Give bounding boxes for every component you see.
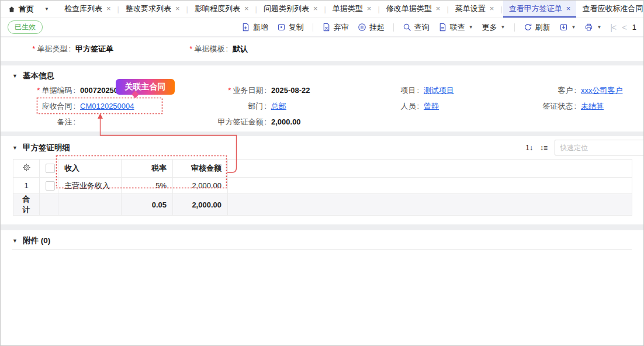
column-header-audit-amount[interactable]: 审核金额 [173,160,228,178]
attachments-section: ▼ 附件 (0) [1,230,643,250]
refresh-button[interactable]: 刷新 [524,22,550,33]
page-number: 1 [632,23,636,32]
quick-locate-input[interactable] [555,140,644,155]
chevron-down-icon: ▼ [501,25,505,30]
basic-info-grid: 单据编码 0007202508 业务日期 2025-08-22 项目 测试项目 … [1,82,643,132]
total-audit-amount: 2,000.00 [173,194,228,216]
project-link[interactable]: 测试项目 [424,85,454,96]
detail-tools: 1↓ ↕≡ [525,140,643,155]
document-icon [438,23,447,32]
status-badge: 已生效 [8,20,43,34]
query-button[interactable]: 查询 [403,22,430,33]
home-icon [8,5,16,13]
collapse-triangle-icon: ▼ [12,73,18,79]
tab-list-dropdown-icon[interactable]: ▼ [44,1,49,18]
column-header-income[interactable]: 收入 [58,160,122,178]
pause-circle-icon [358,23,366,32]
field-remark: 备注 [1,114,170,130]
home-label: 首页 [19,4,34,15]
home-tab[interactable]: 首页 [8,1,34,18]
search-icon [403,23,411,32]
total-label: 合计 [13,194,40,216]
visa-status-link[interactable]: 未结算 [581,101,604,112]
add-button[interactable]: 新增 [241,22,268,33]
file-plus-icon [241,23,250,32]
print-button[interactable]: ▼ [584,23,601,32]
tab-bar: 首页 ▼ 检查库列表× | 整改要求列表× | 影响程度列表× | 问题类别列表… [1,1,643,18]
field-receivable-contract: 应收合同 CM0120250004 [1,98,170,114]
visa-detail-table: 收入 税率 审核金额 1 主营业务收入 5% 2,000.00 合计 [13,159,632,216]
row-index: 1 [13,178,40,194]
section-title: 附件 (0) [23,236,50,246]
custom-sort-icon[interactable]: ↕≡ [540,144,548,152]
tab-check-library[interactable]: 检查库列表× [58,1,117,18]
app-window: 首页 ▼ 检查库列表× | 整改要求列表× | 影响程度列表× | 问题类别列表… [0,0,644,346]
customer-link[interactable]: xxx公司客户 [581,85,623,96]
close-icon[interactable]: × [566,5,571,12]
close-icon[interactable]: × [367,5,372,12]
cell-audit-amount: 2,000.00 [173,178,228,194]
section-divider [1,61,643,65]
field-visa-amount: 甲方签证金额 2,000.00 [170,114,342,130]
close-icon[interactable]: × [490,5,494,12]
tab-menu-settings[interactable]: 菜单设置× [449,1,500,18]
more-button[interactable]: 更多 ▼ [482,22,505,33]
table-header-row: 收入 税率 审核金额 [13,160,632,178]
collapse-triangle-icon[interactable]: ▼ [12,145,18,151]
pagination: |< < 1 [610,22,636,32]
column-settings-button[interactable] [13,160,40,178]
discard-approval-button[interactable]: 弃审 [322,22,349,33]
department-link[interactable]: 总部 [271,101,286,112]
suspend-button[interactable]: 挂起 [358,22,385,33]
close-icon[interactable]: × [313,5,318,12]
doc-header-row: 单据类型 甲方签证单 单据模板 默认 [1,37,643,61]
person-link[interactable]: 曾静 [424,101,439,112]
attachments-header[interactable]: ▼ 附件 (0) [1,230,643,247]
column-header-tax-rate[interactable]: 税率 [122,160,173,178]
visa-detail-header: ▼ 甲方签证明细 1↓ ↕≡ [1,136,643,158]
close-icon[interactable]: × [175,5,180,12]
gear-icon [22,163,31,172]
close-icon[interactable]: × [106,5,111,12]
export-button[interactable]: ▼ [559,23,576,32]
section-title: 甲方签证明细 [23,143,70,153]
first-page-button[interactable]: |< [610,22,615,32]
tab-rectify-requirements[interactable]: 整改要求列表× [120,1,186,18]
column-header-filler [228,160,632,178]
copy-button[interactable]: 复制 [277,22,304,33]
field-department: 部门 总部 [170,98,342,114]
collapse-triangle-icon: ▼ [12,238,18,244]
field-visa-status: 签证状态 未结算 [497,98,643,114]
toolbar: 已生效 新增 复制 弃审 挂起 查询 [1,18,643,37]
field-person: 人员 曾静 [342,98,497,114]
select-all-checkbox[interactable] [46,164,55,173]
table-row[interactable]: 1 主营业务收入 5% 2,000.00 [13,178,632,194]
visa-detail-section: ▼ 甲方签证明细 1↓ ↕≡ 收入 税率 审核金额 [1,136,643,224]
field-biz-date: 业务日期 2025-08-22 [170,82,342,98]
basic-info-header[interactable]: ▼ 基本信息 [1,65,643,82]
tab-issue-category[interactable]: 问题类别列表× [258,1,324,18]
row-checkbox[interactable] [46,181,55,191]
tab-modify-doc-type[interactable]: 修改单据类型× [380,1,446,18]
section-divider [1,224,643,230]
receivable-contract-link[interactable]: CM0120250004 [80,102,134,110]
tab-doc-type[interactable]: 单据类型× [327,1,378,18]
linked-query-button[interactable]: 联查 ▼ [438,22,473,33]
cell-income: 主营业务收入 [58,178,122,194]
printer-icon [584,23,593,32]
sort-order-icon[interactable]: 1↓ [525,144,533,152]
toolbar-divider [313,23,313,32]
prev-page-button[interactable]: < [622,22,626,32]
annotation-tooltip: 关联主合同 [116,79,175,95]
chevron-down-icon: ▼ [597,25,601,30]
refresh-icon [524,23,532,32]
close-icon[interactable]: × [436,5,441,12]
tab-impact-level[interactable]: 影响程度列表× [189,1,255,18]
basic-info-section: ▼ 基本信息 单据编码 0007202508 业务日期 2025-08-22 项… [1,65,643,132]
tab-view-receivable-contract[interactable]: 查看应收标准合同× [576,1,643,18]
close-icon[interactable]: × [244,5,249,12]
attachments-divider [12,249,632,250]
toolbar-actions: 新增 复制 弃审 挂起 查询 联查 ▼ [241,22,636,33]
tab-view-party-a-visa[interactable]: 查看甲方签证单× [503,1,577,18]
chevron-down-icon: ▼ [572,25,576,30]
